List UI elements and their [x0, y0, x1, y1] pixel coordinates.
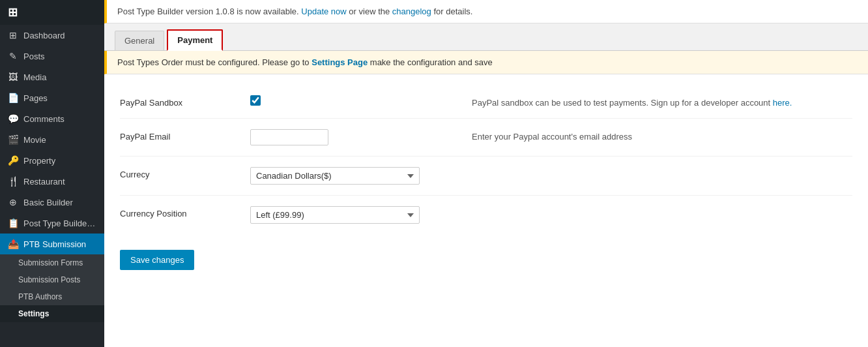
paypal-sandbox-control	[250, 95, 446, 108]
sidebar-item-property[interactable]: 🔑 Property	[0, 150, 104, 171]
changelog-link[interactable]: changelog	[392, 7, 431, 16]
content-area: Post Types Order must be configured. Ple…	[104, 51, 868, 347]
update-now-link[interactable]: Update now	[301, 7, 346, 16]
paypal-sandbox-label: PayPal Sandbox	[120, 95, 250, 108]
currency-select[interactable]: Canadian Dollars($) US Dollars($) Euro(€…	[250, 167, 420, 185]
movie-icon: 🎬	[8, 134, 18, 145]
sidebar-item-label: PTB Submission	[23, 239, 86, 249]
sidebar-item-label: Dashboard	[23, 31, 65, 40]
developer-account-link[interactable]: here.	[773, 98, 792, 108]
paypal-sandbox-checkbox[interactable]	[250, 95, 261, 106]
update-notice-text-middle: or view the	[349, 7, 392, 16]
dashboard-icon: ⊞	[8, 30, 18, 40]
payment-form: PayPal Sandbox PayPal sandbox can be use…	[104, 74, 868, 245]
paypal-email-description: Enter your Paypal account's email addres…	[472, 129, 852, 142]
sidebar-item-restaurant[interactable]: 🍴 Restaurant	[0, 171, 104, 192]
ptb-submission-icon: 📤	[8, 239, 18, 249]
alert-bar: Post Types Order must be configured. Ple…	[104, 51, 868, 74]
ptb-submission-submenu: Submission Forms Submission Posts PTB Au…	[0, 254, 104, 322]
basic-builder-icon: ⊕	[8, 197, 18, 207]
save-changes-button[interactable]: Save changes	[120, 250, 194, 270]
main-content: Post Type Builder version 1.0.8 is now a…	[104, 0, 868, 347]
tabs-bar: General Payment	[104, 23, 868, 51]
paypal-email-label: PayPal Email	[120, 129, 250, 142]
update-notice: Post Type Builder version 1.0.8 is now a…	[104, 0, 868, 23]
currency-position-description	[472, 206, 852, 209]
sidebar-item-comments[interactable]: 💬 Comments	[0, 108, 104, 129]
paypal-sandbox-description: PayPal sandbox can be used to test payme…	[472, 95, 852, 108]
sidebar-item-label: Pages	[23, 93, 48, 103]
media-icon: 🖼	[8, 72, 18, 82]
update-notice-text-before: Post Type Builder version 1.0.8 is now a…	[117, 7, 299, 16]
sidebar-item-basic-builder[interactable]: ⊕ Basic Builder	[0, 192, 104, 213]
posts-icon: ✎	[8, 51, 18, 61]
sidebar-item-label: Movie	[23, 135, 46, 145]
form-row-paypal-email: PayPal Email Enter your Paypal account's…	[120, 119, 852, 157]
sidebar-item-label: Media	[23, 72, 46, 82]
currency-position-label: Currency Position	[120, 206, 250, 219]
sidebar-item-ptb-submission[interactable]: 📤 PTB Submission	[0, 234, 104, 254]
currency-description	[472, 167, 852, 170]
sidebar-sub-item-ptb-authors[interactable]: PTB Authors	[0, 288, 104, 305]
currency-label: Currecy	[120, 167, 250, 179]
sidebar-item-post-type-builder[interactable]: 📋 Post Type Builde…	[0, 213, 104, 234]
sidebar-item-posts[interactable]: ✎ Posts	[0, 46, 104, 67]
alert-text-before: Post Types Order must be configured. Ple…	[117, 57, 310, 67]
sidebar-item-label: Posts	[23, 52, 45, 61]
settings-page-link[interactable]: Settings Page	[311, 57, 368, 67]
sidebar-item-label: Restaurant	[23, 177, 65, 187]
form-row-currency-position: Currency Position Left (£99.99) Right (£…	[120, 196, 852, 234]
restaurant-icon: 🍴	[8, 176, 18, 187]
form-row-paypal-sandbox: PayPal Sandbox PayPal sandbox can be use…	[120, 85, 852, 119]
sidebar-sub-item-submission-posts[interactable]: Submission Posts	[0, 271, 104, 288]
sidebar-item-label: Comments	[23, 114, 65, 124]
update-notice-text-after: for details.	[433, 7, 472, 16]
form-row-currency: Currecy Canadian Dollars($) US Dollars($…	[120, 157, 852, 196]
sidebar-sub-item-submission-forms[interactable]: Submission Forms	[0, 254, 104, 271]
sidebar-item-dashboard[interactable]: ⊞ Dashboard	[0, 25, 104, 46]
sidebar-item-label: Property	[23, 156, 55, 166]
alert-text-after-value: make the configuration and save	[370, 57, 493, 67]
sidebar-item-media[interactable]: 🖼 Media	[0, 67, 104, 87]
currency-position-select[interactable]: Left (£99.99) Right (£99.99) Left with s…	[250, 206, 420, 224]
tab-general[interactable]: General	[115, 31, 164, 50]
post-type-builder-icon: 📋	[8, 218, 18, 228]
wp-logo-icon: ⊞	[8, 5, 18, 20]
currency-position-control: Left (£99.99) Right (£99.99) Left with s…	[250, 206, 446, 224]
sidebar-item-label: Post Type Builde…	[23, 219, 95, 228]
sidebar-item-movie[interactable]: 🎬 Movie	[0, 129, 104, 150]
sidebar-item-label: Basic Builder	[23, 198, 73, 207]
property-icon: 🔑	[8, 155, 18, 166]
paypal-email-control	[250, 129, 446, 145]
comments-icon: 💬	[8, 113, 18, 124]
sidebar-logo: ⊞	[0, 0, 104, 25]
currency-control: Canadian Dollars($) US Dollars($) Euro(€…	[250, 167, 446, 185]
sidebar-item-pages[interactable]: 📄 Pages	[0, 87, 104, 108]
sidebar: ⊞ ⊞ Dashboard ✎ Posts 🖼 Media 📄 Pages 💬 …	[0, 0, 104, 347]
paypal-email-input[interactable]	[250, 129, 328, 145]
pages-icon: 📄	[8, 93, 18, 103]
sidebar-sub-item-settings[interactable]: Settings	[0, 305, 104, 322]
tab-payment[interactable]: Payment	[167, 29, 223, 51]
